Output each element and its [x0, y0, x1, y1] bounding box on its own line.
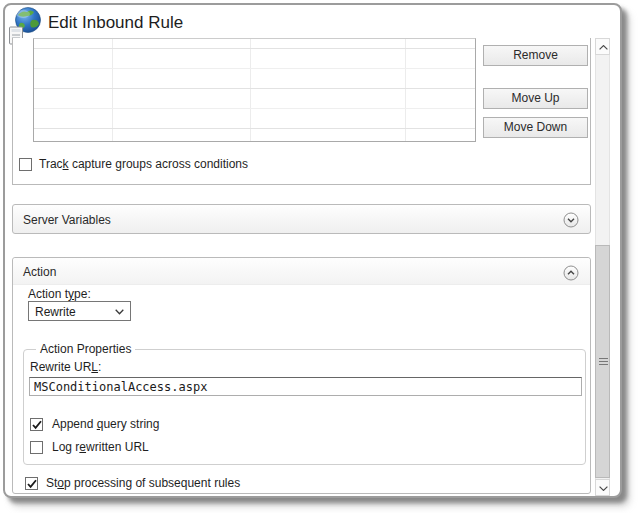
- log-rewritten-label[interactable]: Log rewritten URL: [52, 440, 149, 455]
- edit-inbound-rule-dialog: Edit Inbound Rule Remove Move Up Move Do…: [3, 3, 622, 498]
- stop-processing-checkbox[interactable]: [25, 477, 38, 490]
- stop-processing-label[interactable]: Stop processing of subsequent rules: [46, 476, 240, 491]
- grid-row-divider: [34, 108, 475, 109]
- server-variables-header[interactable]: Server Variables: [12, 204, 591, 234]
- move-up-button[interactable]: Move Up: [483, 88, 588, 109]
- chevron-down-circle-icon[interactable]: [563, 212, 579, 228]
- action-type-value: Rewrite: [35, 305, 76, 319]
- grid-row-divider: [34, 68, 475, 69]
- server-variables-title: Server Variables: [23, 213, 111, 227]
- chevron-up-circle-icon[interactable]: [563, 265, 579, 281]
- track-capture-checkbox[interactable]: [19, 158, 32, 171]
- action-type-dropdown[interactable]: Rewrite: [28, 301, 131, 321]
- scrollbar-thumb[interactable]: [595, 245, 610, 478]
- log-rewritten-checkbox[interactable]: [30, 441, 43, 454]
- append-query-checkbox[interactable]: [30, 418, 43, 431]
- conditions-grid[interactable]: [33, 38, 476, 142]
- scrollbar-grip: [599, 358, 608, 367]
- append-query-label[interactable]: Append query string: [52, 417, 159, 432]
- chevron-down-icon: [599, 486, 608, 491]
- grid-column-divider: [250, 39, 251, 141]
- action-section: Action Action type: Rewrite Action Prope…: [12, 257, 591, 494]
- remove-button[interactable]: Remove: [483, 45, 588, 66]
- action-header[interactable]: Action: [13, 258, 590, 285]
- action-properties-group: Action Properties Rewrite URL: Append qu…: [23, 349, 586, 465]
- checkmark-icon: [26, 478, 38, 490]
- track-capture-label[interactable]: Track capture groups across conditions: [39, 157, 248, 172]
- move-down-button[interactable]: Move Down: [483, 117, 588, 138]
- chevron-down-icon: [115, 309, 124, 315]
- grid-column-divider: [405, 39, 406, 141]
- vertical-scrollbar: [595, 38, 610, 496]
- conditions-section: Remove Move Up Move Down Track capture g…: [12, 38, 591, 185]
- grid-row-divider: [34, 48, 475, 49]
- grid-row-divider: [34, 88, 475, 89]
- scroll-down-button[interactable]: [595, 479, 610, 496]
- action-type-label: Action type:: [28, 287, 91, 301]
- chevron-up-icon: [599, 45, 608, 50]
- page-title: Edit Inbound Rule: [48, 13, 183, 33]
- action-properties-legend: Action Properties: [36, 342, 135, 356]
- scroll-up-button[interactable]: [595, 38, 610, 55]
- grid-column-divider: [112, 39, 113, 141]
- action-title: Action: [23, 265, 56, 279]
- grid-row-divider: [34, 128, 475, 129]
- rewrite-url-input[interactable]: [29, 377, 582, 396]
- checkmark-icon: [31, 419, 43, 431]
- rewrite-url-label: Rewrite URL:: [30, 360, 101, 374]
